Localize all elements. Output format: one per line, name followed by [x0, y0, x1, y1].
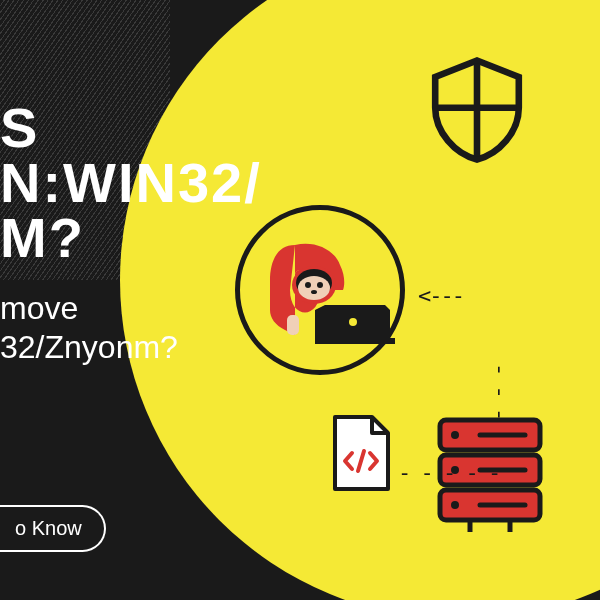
- svg-point-6: [317, 282, 323, 288]
- badge-text: o Know: [15, 517, 82, 539]
- svg-rect-8: [315, 338, 395, 344]
- shield-icon: [422, 55, 532, 165]
- title-block: S N:WIN32/ M?: [0, 95, 262, 270]
- subtitle-line2: 32/Znyonm?: [0, 329, 178, 366]
- svg-point-9: [349, 318, 357, 326]
- arrow-left-icon: <---: [418, 283, 463, 308]
- svg-point-4: [298, 276, 330, 300]
- info-badge: o Know: [0, 505, 106, 552]
- svg-point-7: [311, 290, 317, 294]
- svg-point-5: [305, 282, 311, 288]
- svg-point-17: [451, 501, 459, 509]
- svg-point-15: [451, 431, 459, 439]
- arrow-horizontal-icon: - - - - -: [398, 460, 499, 485]
- subtitle-line1: move: [0, 290, 178, 327]
- arrow-vertical-icon: - - -: [488, 363, 513, 419]
- hacker-circle-icon: [235, 205, 405, 375]
- svg-rect-10: [287, 315, 299, 335]
- file-code-icon: [330, 415, 392, 493]
- subtitle-block: move 32/Znyonm?: [0, 290, 178, 366]
